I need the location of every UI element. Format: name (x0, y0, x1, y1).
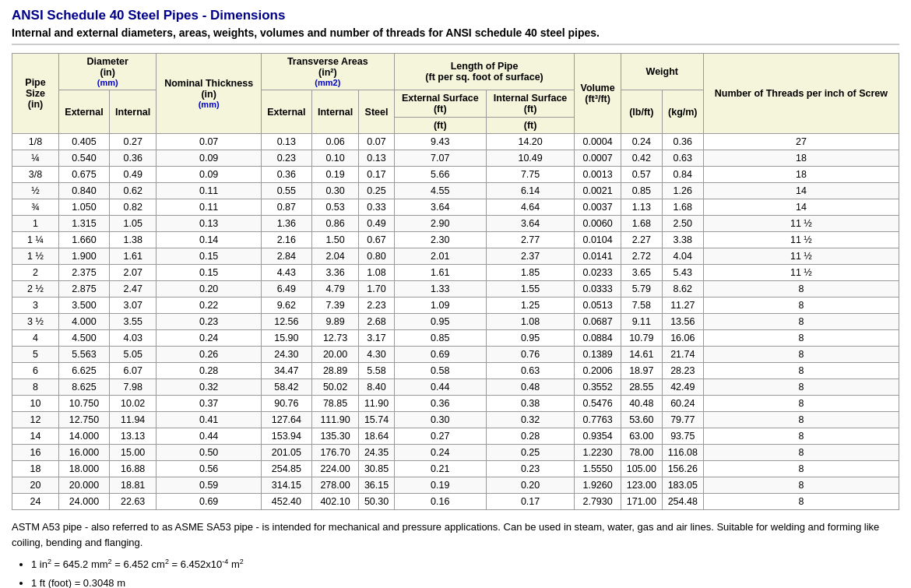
header-ext-area: External (261, 90, 311, 134)
header-steel: Steel (359, 90, 395, 134)
page-title: ANSI Schedule 40 Steel Pipes - Dimension… (12, 8, 899, 23)
header-nom-thickness: Nominal Thickness (in) (mm) (157, 54, 261, 134)
header-external: External (59, 90, 110, 134)
table-row: 1 ¼1.6601.380.142.161.500.672.302.770.01… (12, 232, 899, 248)
header-ext-surface: External Surface (ft) (394, 90, 486, 118)
footer-note-2: 1 ft (foot) = 0.3048 m (31, 575, 899, 588)
table-row: 1212.75011.940.41127.64111.9015.740.300.… (12, 412, 899, 428)
table-row: ¾1.0500.820.110.870.530.333.644.640.0037… (12, 199, 899, 216)
table-row: 1 ½1.9001.610.152.842.040.802.012.370.01… (12, 248, 899, 265)
header-length-pipe: Length of Pipe (ft per sq. foot of surfa… (394, 54, 575, 90)
table-row: 1414.00013.130.44153.94135.3018.640.270.… (12, 428, 899, 445)
ansi-pipe-table: Pipe Size (in) Diameter (in) (mm) Nomina… (12, 53, 899, 510)
table-row: 1818.00016.880.56254.85224.0030.850.210.… (12, 461, 899, 477)
header-weight-lb: (lb/ft) (621, 90, 662, 134)
footer-note-1: 1 in2 = 645.2 mm2 = 6.452 cm2 = 6.452x10… (31, 556, 899, 573)
header-weight-kg: (kg/m) (662, 90, 703, 134)
header-diameter: Diameter (in) (mm) (59, 54, 157, 90)
table-row: ¼0.5400.360.090.230.100.137.0710.490.000… (12, 150, 899, 167)
header-pipe-size: Pipe Size (in) (12, 54, 59, 134)
header-num-threads: Number of Threads per inch of Screw (703, 54, 899, 134)
table-row: ½0.8400.620.110.550.300.254.556.140.0021… (12, 183, 899, 199)
header-int-surface: Internal Surface (ft) (486, 90, 575, 118)
footer-notes: 1 in2 = 645.2 mm2 = 6.452 cm2 = 6.452x10… (31, 556, 899, 588)
header-weight: Weight (621, 54, 703, 90)
footer-description: ASTM A53 pipe - also referred to as ASME… (12, 519, 899, 550)
table-row: 55.5635.050.2624.3020.004.300.690.760.13… (12, 347, 899, 363)
table-row: 11.3151.050.131.360.860.492.903.640.0060… (12, 216, 899, 232)
header-int-area: Internal (311, 90, 358, 134)
table-row: 2020.00018.810.59314.15278.0036.150.190.… (12, 477, 899, 494)
table-row: 2424.00022.630.69452.40402.1050.300.160.… (12, 494, 899, 510)
table-row: 88.6257.980.3258.4250.028.400.440.480.35… (12, 379, 899, 396)
table-row: 1/80.4050.270.070.130.060.079.4314.200.0… (12, 134, 899, 150)
table-row: 3/80.6750.490.090.360.190.175.667.750.00… (12, 167, 899, 183)
table-row: 44.5004.030.2415.9012.733.170.850.950.08… (12, 330, 899, 347)
table-row: 22.3752.070.154.433.361.081.611.850.0233… (12, 265, 899, 281)
table-row: 66.6256.070.2834.4728.895.580.580.630.20… (12, 363, 899, 379)
header-internal: Internal (109, 90, 156, 134)
header-int-surface-ft: (ft) (486, 118, 575, 134)
table-row: 1616.00015.000.50201.05176.7024.350.240.… (12, 445, 899, 461)
header-volume: Volume (ft³/ft) (575, 54, 621, 134)
page-subtitle: Internal and external diameters, areas, … (12, 26, 899, 45)
header-ext-surface-ft: (ft) (394, 118, 486, 134)
table-row: 3 ½4.0003.550.2312.569.892.680.951.080.0… (12, 314, 899, 330)
table-row: 2 ½2.8752.470.206.494.791.701.331.550.03… (12, 281, 899, 298)
header-trans-areas: Transverse Areas (in²) (mm2) (261, 54, 394, 90)
table-row: 33.5003.070.229.627.392.231.091.250.0513… (12, 298, 899, 314)
table-row: 1010.75010.020.3790.7678.8511.900.360.38… (12, 396, 899, 412)
